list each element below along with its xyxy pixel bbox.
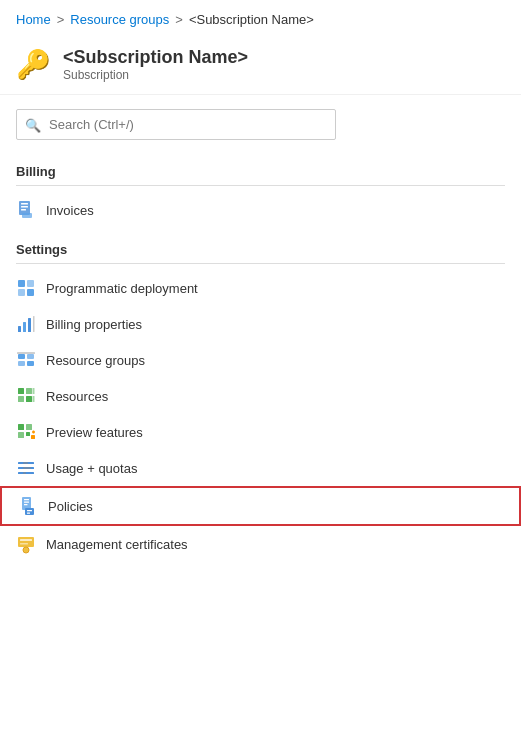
- menu-item-label-management-certificates: Management certificates: [46, 537, 188, 552]
- menu-item-label-resources: Resources: [46, 389, 108, 404]
- svg-rect-25: [26, 424, 32, 430]
- svg-rect-1: [21, 203, 28, 205]
- breadcrumb-home[interactable]: Home: [16, 12, 51, 27]
- search-wrap: 🔍: [16, 109, 336, 140]
- svg-rect-3: [21, 209, 26, 211]
- search-bar: 🔍: [16, 109, 505, 140]
- svg-rect-10: [23, 322, 26, 332]
- section-header-billing: Billing: [0, 150, 521, 183]
- breadcrumb-resource-groups[interactable]: Resource groups: [70, 12, 169, 27]
- svg-rect-5: [18, 280, 25, 287]
- svg-rect-44: [18, 537, 34, 547]
- svg-rect-43: [27, 513, 30, 514]
- svg-rect-7: [18, 289, 25, 296]
- menu-item-invoices[interactable]: Invoices: [0, 192, 521, 228]
- usage-icon: [16, 458, 36, 478]
- svg-rect-20: [18, 396, 24, 402]
- svg-rect-24: [18, 424, 24, 430]
- menu-item-label-policies: Policies: [48, 499, 93, 514]
- page-title: <Subscription Name>: [63, 47, 248, 68]
- svg-rect-39: [24, 502, 29, 503]
- section-header-settings: Settings: [0, 228, 521, 261]
- menu-item-label-resource-groups: Resource groups: [46, 353, 145, 368]
- svg-rect-2: [21, 206, 28, 208]
- menu-item-preview-features[interactable]: Preview features: [0, 414, 521, 450]
- svg-rect-46: [20, 543, 28, 545]
- svg-rect-6: [27, 280, 34, 287]
- header-text: <Subscription Name> Subscription: [63, 47, 248, 82]
- svg-rect-22: [33, 388, 35, 394]
- menu-item-programmatic-deployment[interactable]: Programmatic deployment: [0, 270, 521, 306]
- menu-item-label-preview-features: Preview features: [46, 425, 143, 440]
- svg-rect-17: [17, 352, 35, 354]
- menu-item-label-programmatic-deployment: Programmatic deployment: [46, 281, 198, 296]
- resources-icon: [16, 386, 36, 406]
- breadcrumb-current: <Subscription Name>: [189, 12, 314, 27]
- svg-rect-35: [23, 467, 31, 469]
- svg-rect-16: [27, 361, 34, 366]
- svg-rect-12: [33, 316, 35, 332]
- svg-rect-14: [27, 354, 34, 359]
- svg-rect-23: [33, 396, 35, 402]
- section-divider-billing: [16, 185, 505, 186]
- svg-rect-18: [18, 388, 24, 394]
- search-icon: 🔍: [25, 117, 41, 132]
- menu-item-policies[interactable]: Policies: [0, 486, 521, 526]
- svg-rect-45: [20, 539, 32, 541]
- svg-rect-15: [18, 361, 25, 366]
- svg-rect-9: [18, 326, 21, 332]
- svg-rect-13: [18, 354, 25, 359]
- svg-rect-19: [26, 388, 32, 394]
- svg-rect-21: [26, 396, 32, 402]
- subscription-icon: 🔑: [16, 51, 51, 79]
- svg-rect-4: [22, 213, 32, 218]
- policies-icon: [18, 496, 38, 516]
- menu-item-management-certificates[interactable]: Management certificates: [0, 526, 521, 562]
- invoices-icon: [16, 200, 36, 220]
- svg-rect-28: [31, 435, 35, 439]
- breadcrumb-sep1: >: [57, 12, 65, 27]
- svg-rect-26: [18, 432, 24, 438]
- svg-rect-38: [24, 499, 29, 500]
- prog-icon: [16, 278, 36, 298]
- menu-item-label-invoices: Invoices: [46, 203, 94, 218]
- menu-item-resources[interactable]: Resources: [0, 378, 521, 414]
- menu-item-label-billing-properties: Billing properties: [46, 317, 142, 332]
- search-input[interactable]: [16, 109, 336, 140]
- svg-rect-42: [27, 510, 32, 511]
- svg-rect-8: [27, 289, 34, 296]
- menu-item-label-usage-quotas: Usage + quotas: [46, 461, 137, 476]
- preview-icon: [16, 422, 36, 442]
- page-subtitle: Subscription: [63, 68, 248, 82]
- resgroup-icon: [16, 350, 36, 370]
- billing-icon: [16, 314, 36, 334]
- svg-rect-27: [26, 432, 30, 436]
- svg-rect-41: [25, 508, 34, 515]
- svg-rect-36: [23, 472, 26, 474]
- breadcrumb: Home > Resource groups > <Subscription N…: [0, 0, 521, 37]
- svg-rect-40: [24, 504, 28, 505]
- svg-rect-34: [23, 462, 28, 464]
- mgmtcert-icon: [16, 534, 36, 554]
- menu-item-billing-properties[interactable]: Billing properties: [0, 306, 521, 342]
- page-header: 🔑 <Subscription Name> Subscription: [0, 37, 521, 95]
- breadcrumb-sep2: >: [175, 12, 183, 27]
- menu-item-resource-groups[interactable]: Resource groups: [0, 342, 521, 378]
- svg-point-47: [23, 547, 29, 553]
- menu-sections: Billing InvoicesSettings Programmatic de…: [0, 150, 521, 562]
- svg-rect-11: [28, 318, 31, 332]
- menu-item-usage-quotas[interactable]: Usage + quotas: [0, 450, 521, 486]
- section-divider-settings: [16, 263, 505, 264]
